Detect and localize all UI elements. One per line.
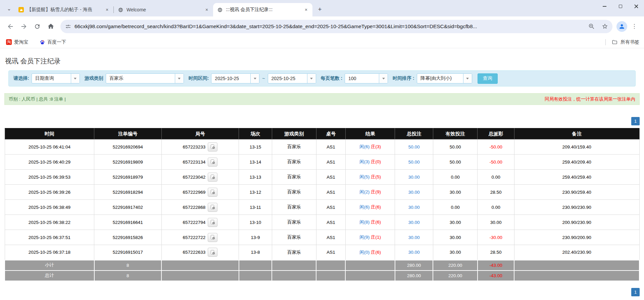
bookmark-star-button[interactable] bbox=[600, 21, 610, 32]
round-number-wrap: 657222969 bbox=[183, 188, 218, 197]
cell-round-number: 657223233 bbox=[161, 139, 239, 155]
cell-total-payout: 28.50 bbox=[478, 245, 514, 260]
cell-round-number: 657222722 bbox=[161, 230, 239, 245]
query-type-select[interactable]: 日期查询 bbox=[32, 73, 80, 83]
date-start-select[interactable]: 2025-10-25 bbox=[211, 73, 259, 83]
search-button[interactable]: 查询 bbox=[478, 73, 498, 84]
round-number-wrap: 657223134 bbox=[183, 158, 218, 167]
video-replay-button[interactable] bbox=[208, 188, 217, 197]
browser-menu-button[interactable]: ⋮ bbox=[629, 21, 639, 32]
tab-welcome[interactable]: Welcome × bbox=[114, 3, 213, 16]
video-replay-button[interactable] bbox=[208, 142, 217, 152]
column-header-result: 结果 bbox=[345, 128, 395, 139]
close-window-button[interactable] bbox=[628, 0, 644, 13]
subtotal-row: 小计8280.00220.00-43.00 bbox=[5, 260, 639, 271]
summary-note-text: 同局有效投注，统一计算在该局第一张注单内 bbox=[545, 96, 635, 102]
total-bet-link[interactable]: 30.00 bbox=[408, 190, 420, 195]
total-bet-link[interactable]: 30.00 bbox=[408, 220, 420, 225]
date-end-select[interactable]: 2025-10-25 bbox=[268, 73, 316, 83]
tab-title: :::视讯 会员下注纪录::: bbox=[226, 7, 300, 13]
video-replay-button[interactable] bbox=[208, 218, 217, 227]
cell-round-number: 657222969 bbox=[161, 185, 239, 200]
cell-remark: 230.90/200.90 bbox=[514, 230, 639, 245]
date-separator: ~ bbox=[262, 76, 265, 81]
subtotal-remark bbox=[514, 260, 639, 271]
total-bet-link[interactable]: 50.00 bbox=[408, 160, 420, 165]
bookmarks-bar: 淘 爱淘宝 百度一下 所有书签 bbox=[0, 36, 644, 48]
video-replay-button[interactable] bbox=[208, 203, 217, 212]
close-tab-icon[interactable]: × bbox=[204, 7, 210, 13]
dropdown-arrow-icon bbox=[250, 74, 259, 83]
close-tab-icon[interactable]: × bbox=[104, 7, 110, 13]
cell-round-number: 657222794 bbox=[161, 215, 239, 230]
minimize-icon bbox=[603, 6, 606, 6]
subtotal-empty-result bbox=[345, 260, 395, 271]
tab-bet-records-active[interactable]: :::视讯 会员下注纪录::: × bbox=[213, 3, 312, 16]
page-button-1[interactable]: 1 bbox=[631, 117, 640, 125]
cell-bet-number: 522916917402 bbox=[94, 200, 161, 215]
round-number-wrap: 657223233 bbox=[183, 142, 218, 152]
maximize-button[interactable] bbox=[612, 0, 628, 13]
video-replay-button[interactable] bbox=[208, 248, 217, 257]
cell-bet-number: 522916915826 bbox=[94, 230, 161, 245]
total-bet-link[interactable]: 30.00 bbox=[408, 235, 420, 240]
globe-icon bbox=[217, 7, 223, 13]
result-banker: 庄(3) bbox=[371, 144, 381, 149]
cell-time: 2025-10-25 06:39:26 bbox=[5, 185, 94, 200]
total-bet-link[interactable]: 50.00 bbox=[408, 144, 420, 149]
cell-total-payout: 0.00 bbox=[478, 200, 514, 215]
forward-button[interactable] bbox=[18, 21, 30, 32]
cell-total-bet: 30.00 bbox=[395, 215, 433, 230]
cell-total-payout: -50.00 bbox=[478, 155, 514, 170]
back-button[interactable] bbox=[5, 21, 16, 32]
table-row: 2025-10-25 06:39:26522916918294657222969… bbox=[5, 185, 639, 200]
table-row: 2025-10-25 06:37:18522916915017657222633… bbox=[5, 245, 639, 260]
round-number-wrap: 657223042 bbox=[183, 173, 218, 182]
bookmark-aitaobao[interactable]: 淘 爱淘宝 bbox=[5, 38, 30, 46]
page-size-select[interactable]: 100 bbox=[345, 73, 388, 83]
total-remark bbox=[514, 271, 639, 281]
video-replay-button[interactable] bbox=[208, 158, 217, 167]
table-row: 2025-10-25 06:38:22522916916641657222794… bbox=[5, 215, 639, 230]
subtotal-empty-game bbox=[272, 260, 316, 271]
all-bookmarks[interactable]: 所有书签 bbox=[605, 39, 639, 45]
total-bet-link[interactable]: 30.00 bbox=[408, 250, 420, 255]
close-tab-icon[interactable]: × bbox=[303, 7, 309, 13]
video-replay-button[interactable] bbox=[208, 233, 217, 242]
round-number-wrap: 657222868 bbox=[183, 203, 218, 212]
total-bet-link[interactable]: 30.00 bbox=[408, 175, 420, 180]
table-row: 2025-10-25 06:37:51522916915826657222722… bbox=[5, 230, 639, 245]
total-label: 总计 bbox=[5, 271, 94, 281]
tab-search-button[interactable]: ⌄ bbox=[4, 4, 14, 14]
video-replay-button[interactable] bbox=[208, 173, 217, 182]
profile-avatar[interactable] bbox=[616, 21, 627, 32]
cell-valid-bet: 50.00 bbox=[433, 139, 477, 155]
result-player: 闲(0) bbox=[359, 250, 369, 255]
tab-title: 【新提醒】杨雪儿的帖子 - 海燕 bbox=[27, 7, 101, 13]
new-tab-button[interactable]: + bbox=[315, 5, 325, 14]
result-banker: 庄(5) bbox=[371, 174, 381, 179]
total-empty-table bbox=[316, 271, 345, 281]
cell-session: 13-13 bbox=[239, 170, 272, 185]
result-banker: 庄(6) bbox=[371, 250, 381, 255]
back-arrow-icon bbox=[7, 23, 14, 30]
cell-time: 2025-10-25 06:38:22 bbox=[5, 215, 94, 230]
tab-haiyan-forum[interactable]: 【新提醒】杨雪儿的帖子 - 海燕 × bbox=[14, 3, 113, 16]
page-button-1[interactable]: 1 bbox=[631, 288, 640, 296]
cell-remark: 209.40/159.40 bbox=[514, 139, 639, 155]
zoom-button[interactable] bbox=[586, 21, 596, 32]
total-bet-link[interactable]: 30.00 bbox=[408, 205, 420, 210]
sort-select[interactable]: 降幂(由大到小) bbox=[417, 73, 472, 83]
bookmark-baidu[interactable]: 百度一下 bbox=[38, 38, 67, 46]
address-bar[interactable]: 66cxkj98.com/game/betrecord_search/kind3… bbox=[60, 20, 612, 33]
cell-valid-bet: 0.00 bbox=[433, 170, 477, 185]
cell-result: 闲(0) 庄(6) bbox=[345, 245, 395, 260]
minimize-button[interactable] bbox=[597, 0, 612, 13]
cell-result: 闲(5) 庄(5) bbox=[345, 170, 395, 185]
reload-button[interactable] bbox=[32, 21, 43, 32]
dropdown-arrow-icon bbox=[379, 74, 388, 83]
cell-table-number: AS1 bbox=[316, 215, 345, 230]
game-type-select[interactable]: 百家乐 bbox=[106, 73, 184, 83]
home-button[interactable] bbox=[45, 21, 56, 32]
film-icon bbox=[210, 174, 215, 180]
